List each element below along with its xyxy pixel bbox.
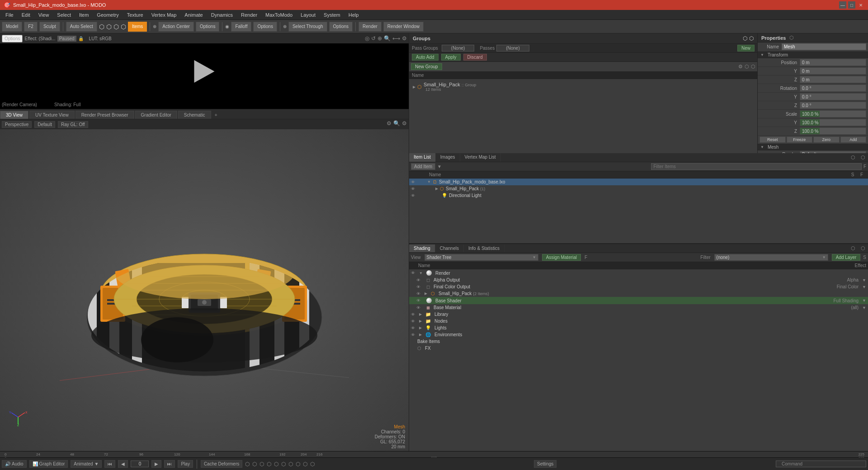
groups-icon-3[interactable]: ⬡: [751, 64, 755, 70]
options2-button[interactable]: Options: [253, 22, 277, 32]
view-icon-1[interactable]: ◎: [365, 35, 369, 42]
expand-render-icon[interactable]: ▼: [419, 271, 423, 275]
items-button[interactable]: Items: [128, 22, 147, 32]
filter-dropdown[interactable]: (none) ▼: [714, 254, 828, 261]
status-icon-8[interactable]: ⬡: [296, 461, 300, 467]
shader-row-final-color[interactable]: 👁 ◻ Final Color Output Final Color ▼: [409, 283, 868, 290]
close-button[interactable]: ✕: [857, 1, 864, 9]
auto-add-button[interactable]: Auto Add: [412, 54, 439, 61]
il-arrow-icon[interactable]: ▼: [437, 164, 442, 169]
status-icon-1[interactable]: ⬡: [245, 461, 250, 467]
new-pass-button[interactable]: New: [737, 45, 755, 52]
item-list-icon-2[interactable]: ⬡: [858, 153, 868, 162]
menu-vertex-map[interactable]: Vertex Map: [148, 11, 180, 19]
menu-item[interactable]: Item: [75, 11, 92, 19]
shader-row-nodes[interactable]: 👁 ▶ 📁 Nodes: [409, 318, 868, 324]
menu-render[interactable]: Render: [237, 11, 261, 19]
view-icon-4[interactable]: 🔍: [384, 35, 391, 42]
shader-row-envs[interactable]: 👁 ▶ 🌐 Environments: [409, 331, 868, 338]
render-button[interactable]: Render: [359, 22, 382, 32]
name-value[interactable]: Mesh: [782, 43, 866, 50]
properties-icon-1[interactable]: ⬡: [789, 35, 794, 41]
expand-envs-icon[interactable]: ▶: [419, 333, 422, 337]
maximize-button[interactable]: □: [848, 1, 855, 9]
scale-x-value[interactable]: 100.0 %: [800, 110, 866, 118]
render-window-button[interactable]: Render Window: [383, 22, 424, 32]
tab-item-list[interactable]: Item List: [409, 153, 436, 162]
base-shader-arrow[interactable]: ▼: [862, 298, 866, 303]
expand-hip-mat-icon[interactable]: ▶: [425, 291, 427, 296]
settings-button[interactable]: Settings: [534, 460, 557, 468]
play-button[interactable]: [194, 60, 215, 83]
tool-icon-2[interactable]: ⬡: [106, 23, 112, 30]
eye-icon-pack[interactable]: 👁: [411, 187, 417, 191]
transform-section[interactable]: ▼ Transform: [758, 52, 868, 58]
eye-icon-final[interactable]: 👁: [416, 285, 423, 289]
pos-z-value[interactable]: 0 m: [800, 76, 866, 83]
audio-button[interactable]: 🔊 Audio: [2, 460, 27, 468]
add-item-button[interactable]: Add Item: [411, 163, 435, 170]
vp-icon-gear2[interactable]: ⚙: [402, 120, 407, 127]
menu-layout[interactable]: Layout: [297, 11, 319, 19]
default-shading-button[interactable]: Default: [34, 121, 55, 128]
status-icon-3[interactable]: ⬡: [259, 461, 264, 467]
view-icon-2[interactable]: ↺: [371, 35, 376, 42]
new-group-button[interactable]: New Group: [411, 63, 442, 70]
tab-vertex-map-list[interactable]: Vertex Map List: [460, 153, 501, 162]
assign-material-button[interactable]: Assign Material: [542, 254, 581, 261]
collapse-icon[interactable]: ⬡: [749, 35, 754, 42]
eye-icon-mat[interactable]: 👁: [416, 306, 423, 310]
options3-button[interactable]: Options: [329, 22, 353, 32]
model-mode-button[interactable]: Model: [2, 22, 22, 32]
menu-system[interactable]: System: [320, 11, 344, 19]
tool-icon-1[interactable]: ⬡: [99, 23, 104, 30]
tab-gradient-editor[interactable]: Gradient Editor: [135, 111, 177, 119]
filter-items-input[interactable]: [651, 163, 861, 170]
f2-button[interactable]: F2: [24, 22, 38, 32]
shader-icon-1[interactable]: ⬡: [848, 244, 858, 253]
menu-texture[interactable]: Texture: [123, 11, 147, 19]
animated-button[interactable]: Animated ▼: [71, 460, 102, 468]
reset-button[interactable]: Reset: [760, 136, 786, 143]
action-center-button[interactable]: Action Center: [158, 22, 194, 32]
ray-gl-button[interactable]: Ray GL: Off: [58, 121, 88, 128]
rot-x-value[interactable]: 0.0 °: [800, 85, 866, 92]
tool-icon-3[interactable]: ⬡: [113, 23, 119, 30]
pos-x-value[interactable]: 0 m: [800, 59, 866, 66]
minimize-button[interactable]: —: [839, 1, 846, 9]
tab-channels[interactable]: Channels: [435, 244, 464, 252]
status-icon-4[interactable]: ⬡: [267, 461, 271, 467]
menu-maxtomodo[interactable]: MaxToModo: [262, 11, 296, 19]
base-mat-arrow[interactable]: ▼: [862, 306, 866, 310]
pos-y-value[interactable]: 0 m: [800, 67, 866, 75]
eye-icon-alpha[interactable]: 👁: [416, 278, 423, 282]
view-dropdown[interactable]: Shader Tree ▼: [425, 254, 538, 261]
shader-row-base-shader[interactable]: 👁 Base Shader Full Shading ▼: [409, 297, 868, 304]
shader-row-bake[interactable]: Bake Items: [409, 338, 868, 345]
item-list-icon-1[interactable]: ⬡: [848, 153, 858, 162]
passes-select[interactable]: (None): [496, 45, 529, 52]
menu-dynamics[interactable]: Dynamics: [208, 11, 236, 19]
zero-button[interactable]: Zero: [813, 136, 840, 143]
vp-icon-settings[interactable]: ⚙: [387, 120, 392, 127]
graph-editor-button[interactable]: 📊 Graph Editor: [29, 460, 68, 468]
eye-icon-shader[interactable]: 👁: [416, 298, 423, 303]
add-tab-button[interactable]: +: [212, 111, 220, 119]
tab-shading[interactable]: Shading: [409, 244, 435, 252]
add-layer-button[interactable]: Add Layer: [832, 254, 861, 261]
eye-icon-nodes[interactable]: 👁: [411, 319, 417, 324]
group-item-hip-pack[interactable]: ▶ ⬡ Small_Hip_Pack :: Group 12 Items: [411, 81, 755, 93]
shader-row-hip-pack-mat[interactable]: 👁 ▶ ⬡ Small_Hip_Pack (2 Items): [409, 290, 868, 297]
menu-file[interactable]: File: [2, 11, 17, 19]
apply-button[interactable]: Apply: [441, 54, 461, 61]
vp-icon-search[interactable]: 🔍: [393, 120, 400, 127]
select-through-button[interactable]: Select Through: [288, 22, 327, 32]
tab-schematic[interactable]: Schematic: [178, 111, 211, 119]
prev-frame-button[interactable]: ◀: [118, 460, 128, 468]
status-icon-6[interactable]: ⬡: [281, 461, 286, 467]
eye-icon-lib[interactable]: 👁: [411, 312, 417, 317]
options1-button[interactable]: Options: [196, 22, 219, 32]
expand-lights-icon[interactable]: ▶: [419, 326, 422, 330]
shader-row-library[interactable]: 👁 ▶ 📁 Library: [409, 311, 868, 318]
shader-row-alpha[interactable]: 👁 ◻ Alpha Output Alpha ▼: [409, 277, 868, 283]
